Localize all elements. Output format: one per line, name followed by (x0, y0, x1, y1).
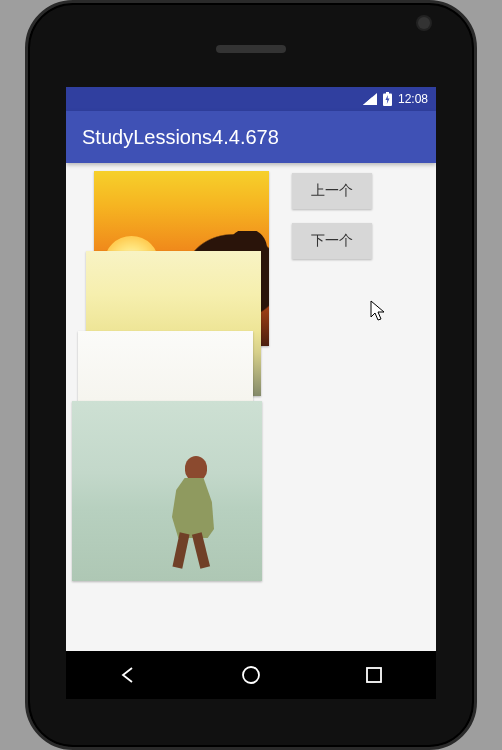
content-area: 上一个 下一个 (66, 163, 436, 657)
image-switcher[interactable] (66, 171, 296, 621)
svg-rect-1 (386, 92, 389, 94)
phone-camera (418, 17, 430, 29)
nav-recent-button[interactable] (361, 662, 387, 688)
battery-charging-icon (383, 92, 392, 106)
status-time: 12:08 (398, 92, 428, 106)
status-bar: 12:08 (66, 87, 436, 111)
nav-home-button[interactable] (238, 662, 264, 688)
prev-button[interactable]: 上一个 (292, 173, 372, 209)
svg-rect-3 (367, 668, 381, 682)
app-title: StudyLessions4.4.678 (82, 126, 279, 149)
next-button[interactable]: 下一个 (292, 223, 372, 259)
android-nav-bar (66, 651, 436, 699)
svg-point-2 (243, 667, 259, 683)
phone-frame: 12:08 StudyLessions4.4.678 上一个 下一个 (25, 0, 477, 750)
screen: 12:08 StudyLessions4.4.678 上一个 下一个 (66, 87, 436, 657)
mouse-cursor-icon (370, 300, 386, 322)
nav-back-button[interactable] (115, 662, 141, 688)
phone-speaker (216, 45, 286, 53)
signal-icon (363, 93, 377, 105)
button-group: 上一个 下一个 (292, 173, 372, 259)
image-item (72, 401, 262, 581)
app-bar: StudyLessions4.4.678 (66, 111, 436, 163)
